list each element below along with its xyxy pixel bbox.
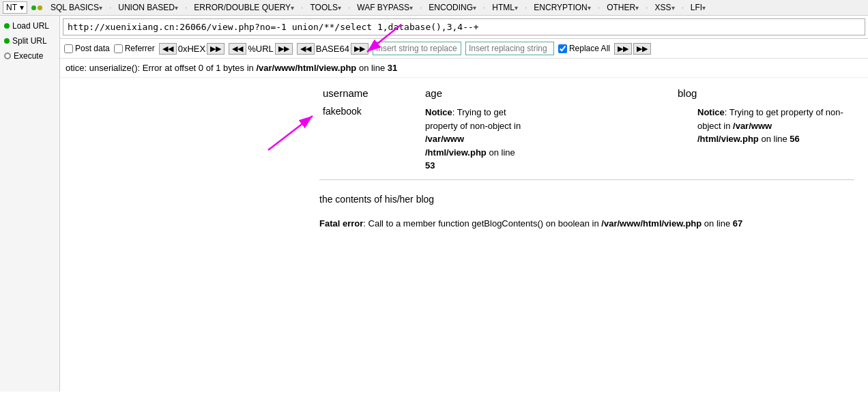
pcturl-label: %URL: [248, 44, 274, 54]
fatal-error-filepath: /var/www/html/view.php: [601, 218, 701, 229]
insert-replacing-input[interactable]: [465, 42, 554, 55]
menu-waf-bypass[interactable]: WAF BYPASS▾: [353, 1, 417, 14]
oxhex-arrows: ◀◀ 0xHEX ▶▶: [159, 43, 225, 55]
age-notice-online: on line: [487, 147, 515, 158]
load-url-dot: [4, 23, 10, 29]
age-notice: Notice: Trying to get property of non-ob…: [425, 106, 527, 173]
post-data-label: Post data: [75, 44, 110, 53]
col-header-blog: blog: [678, 87, 814, 99]
menu-tools[interactable]: TOOLS▾: [306, 1, 345, 14]
base64-left-arrow[interactable]: ◀◀: [297, 43, 315, 55]
svg-line-3: [268, 116, 313, 150]
sidebar: Load URL Split URL Execute: [0, 16, 60, 392]
blog-notice-linenum: 56: [790, 134, 799, 144]
menu-lfi[interactable]: LFI▾: [686, 1, 710, 14]
blog-notice: Notice: Trying to get property of non-ob…: [697, 106, 868, 146]
base64-right-arrow[interactable]: ▶▶: [351, 43, 368, 55]
oxhex-left-arrow[interactable]: ◀◀: [159, 43, 177, 55]
menu-other[interactable]: OTHER▾: [603, 1, 643, 14]
load-url-button[interactable]: Load URL: [0, 18, 59, 33]
menu-error-double-query[interactable]: ERROR/DOUBLE QUERY▾: [190, 1, 298, 14]
url-input[interactable]: [63, 18, 865, 35]
main-panel: Post data Referrer ◀◀ 0xHEX ▶▶ ◀◀ %URL ▶…: [60, 16, 868, 392]
execute-dot: [4, 53, 11, 59]
base64-arrows: ◀◀ BASE64 ▶▶: [297, 43, 368, 55]
oxhex-label: 0xHEX: [178, 44, 205, 54]
blog-notice-text: : Trying to get property of non-: [725, 107, 843, 117]
combo-arrow-icon: ▾: [20, 3, 24, 12]
notice-filepath: /var/www/html/view.php: [256, 63, 356, 73]
fatal-error-linenum: 67: [733, 218, 742, 229]
referrer-label: Referrer: [125, 44, 155, 53]
split-url-button[interactable]: Split URL: [0, 33, 59, 48]
yellow-dot: [38, 5, 42, 10]
main-layout: Load URL Split URL Execute: [0, 16, 868, 392]
menu-encryption[interactable]: ENCRYPTION▾: [530, 1, 594, 14]
table-divider: [319, 179, 854, 180]
notice-colon: : unserialize(): Error at offset 0 of 1 …: [84, 63, 256, 73]
menu-sql-basics[interactable]: SQL BASICS▾: [46, 1, 106, 14]
pcturl-arrows: ◀◀ %URL ▶▶: [229, 43, 293, 55]
pcturl-right-arrow[interactable]: ▶▶: [275, 43, 293, 55]
fatal-error-label: Fatal error: [319, 218, 363, 229]
age-notice-filepath: /var/www/html/view.php: [425, 134, 487, 158]
blog-notice-online: on line: [759, 134, 790, 144]
green-dot-1: [31, 5, 36, 10]
oxhex-right-arrow[interactable]: ▶▶: [207, 43, 225, 55]
menu-html[interactable]: HTML▾: [488, 1, 522, 14]
split-url-dot: [4, 38, 10, 44]
replace-all-checkbox[interactable]: Replace All: [558, 44, 610, 53]
combo-text: NT: [6, 3, 17, 12]
blog-notice-label: Notice: [697, 107, 725, 117]
col-header-username: username: [323, 87, 391, 99]
notice-prefix: otice: [66, 63, 84, 73]
insert-string-input[interactable]: [373, 42, 461, 55]
table-headers: username age blog: [323, 87, 868, 99]
row-arrow-annotation: [255, 99, 330, 153]
replace-arrows: ▶▶ ▶▶: [614, 43, 651, 55]
replace-all-check[interactable]: [558, 44, 567, 53]
execute-label: Execute: [14, 51, 43, 61]
menu-union-based[interactable]: UNION BASED▾: [114, 1, 182, 14]
blog-text-content: the contents of his/her blog: [319, 194, 434, 205]
col-header-age: age: [425, 87, 507, 99]
replace-right-arrow2[interactable]: ▶▶: [633, 43, 651, 55]
table-row-cells: fakebook Notice: Trying to get property …: [323, 106, 868, 173]
menu-bar: NT ▾ SQL BASICS▾ · UNION BASED▾ · ERROR/…: [0, 0, 868, 16]
age-notice-label: Notice: [425, 107, 452, 117]
age-notice-linenum: 53: [425, 160, 435, 171]
content-area: otice: unserialize(): Error at offset 0 …: [60, 59, 868, 392]
blog-text-row: the contents of his/her blog: [319, 187, 868, 211]
url-bar-container: [60, 16, 868, 39]
replace-right-arrow[interactable]: ▶▶: [614, 43, 632, 55]
cell-blog: Notice: Trying to get property of non-ob…: [697, 106, 868, 146]
cell-age: Notice: Trying to get property of non-ob…: [425, 106, 527, 173]
fatal-error-online: on line: [701, 218, 733, 229]
fatal-error-text: : Call to a member function getBlogConte…: [363, 218, 601, 229]
load-url-label: Load URL: [12, 21, 49, 31]
notice-line: otice: unserialize(): Error at offset 0 …: [60, 59, 868, 78]
pcturl-left-arrow[interactable]: ◀◀: [229, 43, 246, 55]
status-indicators: [31, 5, 42, 10]
toolbar: Post data Referrer ◀◀ 0xHEX ▶▶ ◀◀ %URL ▶…: [60, 39, 868, 59]
menu-encoding[interactable]: ENCODING▾: [424, 1, 480, 14]
post-data-checkbox[interactable]: Post data: [64, 44, 110, 53]
referrer-check[interactable]: [114, 44, 123, 53]
referrer-checkbox[interactable]: Referrer: [114, 44, 155, 53]
blog-notice-text2: object in: [697, 121, 733, 131]
post-data-check[interactable]: [64, 44, 73, 53]
fatal-error-line: Fatal error: Call to a member function g…: [319, 211, 868, 235]
table-row: fakebook Notice: Trying to get property …: [323, 106, 868, 173]
replace-all-label: Replace All: [569, 44, 610, 53]
execute-button[interactable]: Execute: [0, 48, 59, 63]
cell-username: fakebook: [323, 106, 391, 117]
split-url-label: Split URL: [12, 36, 47, 46]
menu-xss[interactable]: XSS▾: [650, 1, 678, 14]
notice-linenum: 31: [388, 63, 397, 73]
base64-label: BASE64: [316, 44, 349, 54]
notice-on-line: on line: [356, 63, 388, 73]
combo-dropdown[interactable]: NT ▾: [3, 1, 27, 14]
